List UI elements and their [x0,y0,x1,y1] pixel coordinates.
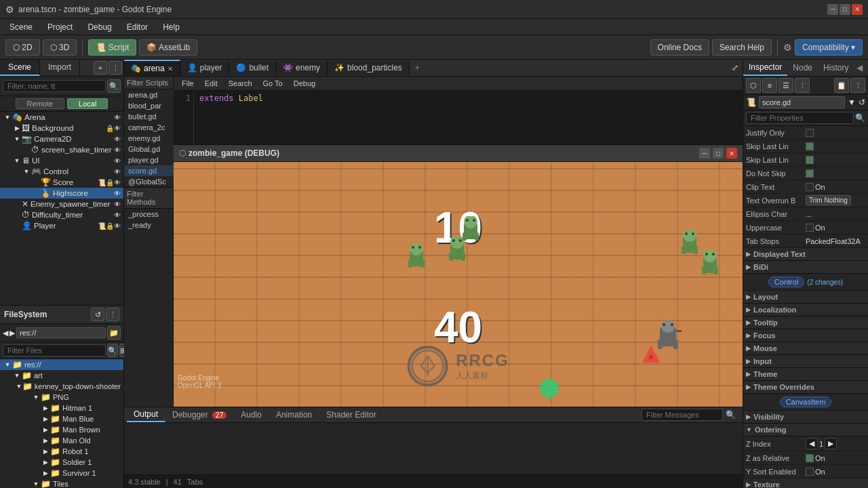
file-arena[interactable]: arena.gd [124,89,178,100]
menu-debug[interactable]: Debug [81,21,118,33]
visibility-icon[interactable]: 👁 [114,114,121,121]
script-refresh-icon[interactable]: ↺ [859,98,865,107]
tree-item-background[interactable]: ▶ 🖼 Background 🔒 👁 [0,123,123,134]
fs-item-man-blue[interactable]: ▶ 📁 Man Blue [0,413,123,424]
fs-item-kenney[interactable]: ▼ 📁 kenney_top-down-shooter [0,381,123,392]
visibility-icon[interactable]: 👁 [114,168,121,176]
tree-item-control[interactable]: ▼ 🎮 Control 👁 [0,166,123,177]
tab-inspector[interactable]: Inspector [743,60,787,76]
btn-online-docs[interactable]: Online Docs [650,39,709,56]
tab-add-btn[interactable]: + [410,60,425,75]
z-relative-checkbox[interactable] [806,454,814,462]
z-index-increment[interactable]: ▶ [825,438,837,449]
game-close-btn[interactable]: ✕ [726,148,737,159]
filter-messages-input[interactable] [642,409,723,421]
arena-tab-close[interactable]: ✕ [167,65,173,73]
file-blood[interactable]: blood_par [124,100,178,111]
scene-options-btn[interactable]: ⋮ [108,61,122,75]
do-not-skip-checkbox[interactable] [806,169,814,178]
tab-scene[interactable]: Scene [0,60,40,76]
code-content[interactable]: extends Label [194,91,269,144]
tree-item-highscore[interactable]: 🏅 Highscore 👁 [0,188,123,199]
tab-animation[interactable]: Animation [269,408,319,422]
btn-remote[interactable]: Remote [16,98,65,109]
btn-local[interactable]: Local [67,98,108,109]
tree-item-camera2d[interactable]: ▼ 📷 Camera2D 👁 [0,134,123,144]
y-sort-checkbox[interactable] [806,468,814,476]
fs-item-art[interactable]: ▼ 📁 art [0,370,123,381]
visibility-icon[interactable]: 👁 [114,136,121,143]
script-dropdown[interactable]: score.gd [759,96,845,108]
section-mouse[interactable]: ▶ Mouse [743,342,868,355]
menu-scene[interactable]: Scene [3,21,39,33]
tab-debugger[interactable]: Debugger 27 [165,408,234,422]
fs-item-hitman[interactable]: ▶ 📁 Hitman 1 [0,403,123,413]
tree-item-shake-timer[interactable]: ⏱ screen_shake_timer 👁 [0,144,123,155]
fs-forward-icon[interactable]: ▶ [9,329,15,338]
tab-node[interactable]: Node [787,60,818,75]
btn-script[interactable]: 📜 Script [88,39,136,56]
tab-output[interactable]: Output [127,407,165,422]
tree-item-enemy-timer[interactable]: ✕ Enemy_spawner_timer 👁 [0,199,123,209]
fs-item-png[interactable]: ▼ 📁 PNG [0,392,123,403]
visibility-icon[interactable]: 👁 [114,201,121,208]
z-index-decrement[interactable]: ◀ [806,438,818,449]
fs-item-robot[interactable]: ▶ 📁 Robot 1 [0,446,123,457]
visibility-icon[interactable]: 👁 [114,190,121,197]
close-button[interactable]: ✕ [852,4,863,15]
tree-item-ui[interactable]: ▼ 🖥 UI 👁 [0,155,123,166]
fs-search-icon[interactable]: 🔍 [107,344,118,357]
section-visibility[interactable]: ▶ Visibility [743,411,868,424]
section-theme-overrides[interactable]: ▶ Theme Overrides [743,381,868,394]
clip-text-checkbox[interactable] [806,183,814,191]
fs-item-tiles[interactable]: ▼ 📁 Tiles [0,479,123,488]
scene-filter-search-icon[interactable]: 🔍 [107,79,121,93]
insp-tool-2[interactable]: ≡ [762,78,777,93]
tab-shader-editor[interactable]: Shader Editor [319,408,383,422]
tab-audio[interactable]: Audio [234,408,269,422]
section-focus[interactable]: ▶ Focus [743,329,868,342]
game-max-btn[interactable]: □ [713,148,724,159]
section-texture[interactable]: ▶ Texture [743,479,868,488]
scene-filter-input[interactable] [3,80,106,92]
section-ordering[interactable]: ▼ Ordering [743,424,868,436]
visibility-icon[interactable]: 👁 [114,157,121,165]
menu-help[interactable]: Help [156,21,186,33]
game-min-btn[interactable]: ─ [699,148,710,159]
insp-tool-3[interactable]: ☰ [778,78,793,93]
tab-blood[interactable]: ✨ blood_particles [328,60,410,75]
file-global[interactable]: Global.gd [124,144,178,155]
section-bidi[interactable]: ▶ BiDi [743,261,868,274]
maximize-button[interactable]: □ [840,4,850,15]
tab-import[interactable]: Import [40,60,80,76]
tree-item-player[interactable]: 👤 Player 📜 🔒 👁 [0,220,123,231]
fs-path-icon[interactable]: 📁 [107,326,121,340]
lock-icon[interactable]: 🔒 [106,125,114,132]
btn-search-help[interactable]: Search Help [712,39,772,56]
tree-item-score[interactable]: 🏆 Score 📜 🔒 👁 [0,177,123,188]
section-displayed-text[interactable]: ▶ Displayed Text [743,248,868,261]
text-overrun-dropdown[interactable]: Trim Nothing [806,195,851,205]
script-icon[interactable]: 📜 [98,222,106,230]
insp-tool-6[interactable]: ⋮ [850,78,865,93]
fs-options-btn[interactable]: ⋮ [106,308,119,321]
script-icon[interactable]: 📜 [98,179,106,186]
tab-arena[interactable]: 🎭 arena ✕ [124,60,180,76]
section-localization[interactable]: ▶ Localization [743,304,868,317]
fs-item-soldier[interactable]: ▶ 📁 Soldier 1 [0,457,123,468]
filter-props-icon[interactable]: 🔍 [855,113,865,123]
file-enemy[interactable]: enemy.gd [124,133,178,144]
tree-item-difficulty-timer[interactable]: ⏱ Difficulty_timer 👁 [0,209,123,220]
method-ready[interactable]: _ready [124,220,173,230]
insp-tool-4[interactable]: ⋮ [795,78,810,93]
lock-icon[interactable]: 🔒 [106,222,114,230]
insp-tool-1[interactable]: ⬡ [746,78,761,93]
minimize-button[interactable]: ─ [827,4,838,15]
insp-tool-5[interactable]: 📋 [834,78,849,93]
visibility-icon[interactable]: 👁 [114,125,121,132]
file-camera[interactable]: camera_2c [124,122,178,133]
script-edit-menu[interactable]: Edit [201,78,222,89]
visibility-icon[interactable]: 👁 [114,179,121,186]
expand-icon[interactable]: ⤢ [732,63,738,73]
fs-back-icon[interactable]: ◀ [3,329,8,338]
